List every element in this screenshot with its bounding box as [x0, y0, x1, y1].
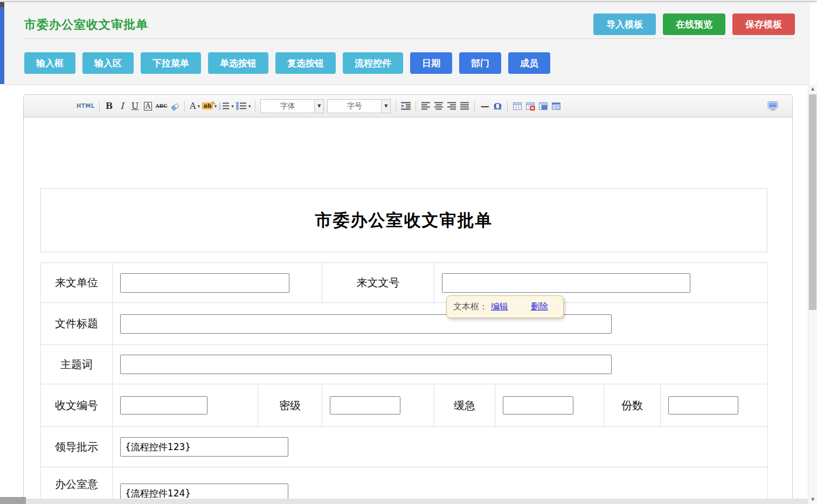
scrollbar-thumb[interactable]	[809, 94, 816, 310]
editor-toolbar: HTML B I U A ABC A ▾	[24, 95, 792, 118]
vertical-scrollbar[interactable]: ▲ ▼	[808, 84, 817, 504]
dashed-divider	[24, 38, 794, 39]
unordered-list-icon	[236, 102, 247, 110]
label-leader-remarks: 领导批示	[41, 427, 113, 467]
horizontal-rule-button[interactable]: —	[478, 99, 491, 113]
insert-table-button[interactable]	[511, 99, 524, 113]
font-size-select[interactable]: 字号 ▼	[327, 99, 391, 113]
font-family-select[interactable]: 字体 ▼	[260, 99, 324, 113]
control-checkbox-button[interactable]: 复选按钮	[275, 52, 336, 74]
remove-format-button[interactable]	[168, 99, 181, 113]
delete-table-icon	[526, 102, 535, 111]
toolbar-separator	[474, 101, 475, 112]
toolbar-separator	[416, 101, 416, 112]
control-input-box-button[interactable]: 输入框	[24, 52, 75, 74]
header-action-buttons: 导入模板 在线预览 保存模板	[593, 13, 795, 35]
align-justify-button[interactable]	[458, 99, 471, 113]
control-date-button[interactable]: 日期	[410, 52, 452, 74]
cell-properties-button[interactable]	[537, 99, 550, 113]
app-window: 市委办公室收文审批单 导入模板 在线预览 保存模板 输入框 输入区 下拉菜单 单…	[0, 0, 817, 504]
eraser-icon	[170, 102, 179, 111]
copies-input[interactable]	[668, 396, 738, 415]
cell-source-unit	[113, 263, 322, 303]
table-row: 收文编号 密级 缓急 份数	[41, 384, 768, 427]
secrecy-level-input[interactable]	[330, 396, 400, 415]
font-color-button[interactable]: A ▾	[188, 99, 201, 113]
save-template-button[interactable]: 保存模板	[732, 13, 795, 35]
cell-copies	[661, 384, 768, 427]
approval-form-table: 来文单位 来文文号 文件标题	[40, 263, 768, 504]
control-flow-widget-button[interactable]: 流程控件	[343, 52, 403, 74]
control-department-button[interactable]: 部门	[459, 52, 501, 74]
top-edge	[0, 0, 817, 2]
font-frame-button[interactable]: A	[142, 99, 155, 113]
document-title: 市委办公室收文审批单	[315, 209, 493, 232]
toolbar-separator	[507, 101, 508, 112]
unordered-list-button[interactable]: ▾	[235, 99, 252, 113]
ordered-list-button[interactable]: 1 2 3 ▾	[218, 99, 235, 113]
tooltip-label: 文本框：	[453, 301, 488, 313]
import-template-button[interactable]: 导入模板	[593, 13, 656, 35]
source-unit-input[interactable]	[120, 273, 289, 293]
receipt-number-input[interactable]	[120, 396, 207, 415]
cell-urgency	[495, 384, 604, 427]
strikethrough-button[interactable]: ABC	[155, 99, 169, 113]
delete-table-button[interactable]	[524, 99, 537, 113]
edit-link[interactable]: 编辑	[491, 301, 508, 313]
caret-down-icon: ▾	[231, 103, 234, 109]
label-copies: 份数	[604, 384, 661, 427]
align-left-button[interactable]	[419, 99, 432, 113]
bold-button[interactable]: B	[103, 99, 116, 113]
control-member-button[interactable]: 成员	[508, 52, 550, 74]
align-right-icon	[447, 102, 456, 110]
delete-link[interactable]: 删除	[531, 301, 548, 313]
control-radio-button[interactable]: 单选按钮	[208, 52, 268, 74]
special-character-button[interactable]: Ω	[491, 99, 504, 113]
underline-button[interactable]: U	[129, 99, 142, 113]
align-right-button[interactable]	[445, 99, 458, 113]
indent-button[interactable]	[399, 99, 412, 113]
control-textarea-button[interactable]: 输入区	[82, 52, 134, 74]
urgency-input[interactable]	[503, 396, 573, 415]
ordered-list-icon: 1 2 3	[219, 102, 230, 110]
bottom-left-block	[0, 497, 26, 504]
font-color-icon: A	[190, 101, 196, 111]
cell-subject-words	[113, 345, 768, 384]
indent-icon	[401, 102, 411, 110]
scroll-up-arrow[interactable]: ▲	[808, 84, 817, 93]
pencil-icon: ✎	[211, 100, 216, 106]
font-size-value: 字号	[328, 100, 381, 113]
source-code-button[interactable]: HTML	[75, 99, 96, 113]
italic-button[interactable]: I	[116, 99, 129, 113]
template-header: 市委办公室收文审批单 导入模板 在线预览 保存模板 输入框 输入区 下拉菜单 单…	[4, 3, 810, 84]
toolbar-separator	[184, 101, 185, 112]
toolbar-separator	[255, 101, 255, 112]
table-row: 文件标题	[41, 303, 768, 345]
highlight-color-button[interactable]: ab✎ ▾	[201, 99, 218, 113]
table-properties-button[interactable]	[550, 99, 563, 113]
subject-words-input[interactable]	[120, 355, 612, 374]
label-receipt-number: 收文编号	[41, 384, 113, 427]
fullscreen-button[interactable]	[766, 99, 779, 113]
table-row: 领导批示	[41, 427, 768, 467]
online-preview-button[interactable]: 在线预览	[663, 13, 725, 35]
leader-remarks-input[interactable]	[120, 437, 288, 457]
doc-number-input[interactable]	[442, 273, 690, 293]
label-secrecy-level: 密级	[258, 384, 322, 427]
table-row: 主题词	[41, 345, 768, 384]
svg-text:3: 3	[219, 107, 221, 110]
scroll-down-arrow[interactable]: ▼	[808, 495, 817, 504]
control-dropdown-button[interactable]: 下拉菜单	[141, 52, 201, 74]
field-control-buttons: 输入框 输入区 下拉菜单 单选按钮 复选按钮 流程控件 日期 部门 成员	[24, 52, 550, 74]
table-properties-icon	[552, 102, 561, 111]
align-left-icon	[421, 102, 431, 110]
label-file-title: 文件标题	[41, 303, 113, 345]
align-justify-icon	[460, 102, 469, 110]
header-right-gutter	[810, 3, 817, 84]
editor-canvas[interactable]: 市委办公室收文审批单 来文单位 来文文号	[24, 118, 792, 504]
cell-file-title	[113, 303, 768, 345]
page-title: 市委办公室收文审批单	[24, 17, 148, 33]
align-center-button[interactable]	[432, 99, 445, 113]
bottom-edge-strip	[26, 499, 808, 504]
label-doc-number: 来文文号	[322, 263, 434, 303]
